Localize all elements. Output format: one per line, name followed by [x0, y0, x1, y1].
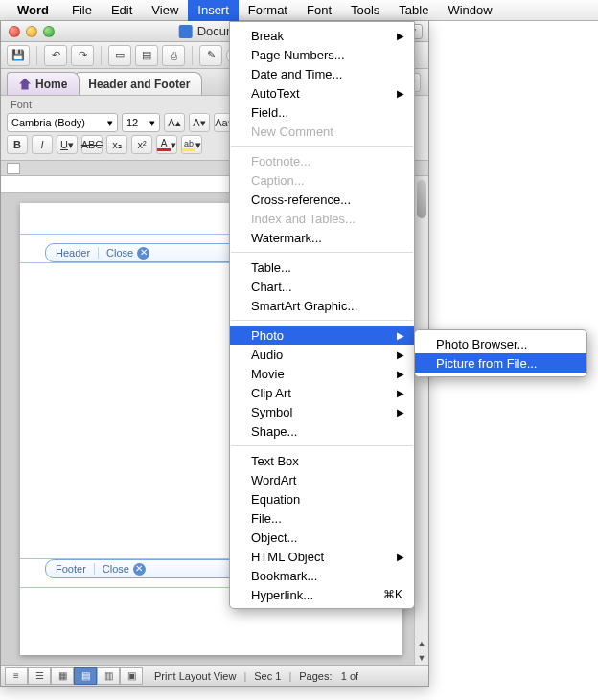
close-icon: ✕ — [133, 563, 146, 576]
menu-item-html-object[interactable]: HTML Object▶ — [230, 547, 414, 566]
menu-view[interactable]: View — [142, 0, 188, 21]
word-document-icon — [179, 25, 193, 38]
menu-insert[interactable]: Insert — [188, 0, 239, 21]
footer-label: Footer — [46, 563, 95, 575]
app-name[interactable]: Word — [17, 3, 49, 17]
draft-view-button[interactable]: ≡ — [5, 667, 28, 685]
scroll-down-button[interactable]: ▼ — [415, 650, 428, 665]
vertical-scrollbar[interactable]: ▲ ▼ — [414, 176, 428, 665]
menu-item-wordart[interactable]: WordArt — [230, 470, 414, 489]
submenu-item-photo-browser[interactable]: Photo Browser... — [415, 334, 586, 353]
palette-toggle[interactable] — [7, 163, 20, 174]
menu-item-equation[interactable]: Equation — [230, 489, 414, 508]
bold-button[interactable]: B — [7, 135, 28, 154]
font-color-button[interactable]: A▾ — [156, 135, 177, 154]
menu-item-table[interactable]: Table... — [230, 258, 414, 277]
menu-item-caption: Caption... — [230, 170, 414, 190]
close-icon: ✕ — [137, 247, 150, 260]
sec-label: Sec — [254, 670, 272, 682]
menu-item-new-comment: New Comment — [230, 122, 414, 141]
menu-item-text-box[interactable]: Text Box — [230, 451, 414, 470]
menu-item-index-and-tables: Index and Tables... — [230, 209, 414, 228]
mac-menubar: Word File Edit View Insert Format Font T… — [0, 0, 598, 21]
grow-font-button[interactable]: A▴ — [164, 113, 185, 132]
insert-menu-dropdown: Break▶Page Numbers...Date and Time...Aut… — [229, 21, 415, 609]
highlight-button[interactable]: ab▾ — [181, 135, 202, 154]
new-doc-button[interactable]: ▭ — [108, 45, 131, 66]
undo-button[interactable]: ↶ — [44, 45, 67, 66]
menu-table[interactable]: Table — [389, 0, 438, 21]
menu-item-chart[interactable]: Chart... — [230, 277, 414, 296]
menu-item-clip-art[interactable]: Clip Art▶ — [230, 383, 414, 402]
ribbon-group-font: Font — [7, 99, 32, 110]
scrollbar-thumb[interactable] — [417, 180, 426, 218]
menu-item-field[interactable]: Field... — [230, 102, 414, 122]
menu-item-audio[interactable]: Audio▶ — [230, 345, 414, 364]
view-switcher: ≡ ☰ ▦ ▤ ▥ ▣ — [5, 667, 143, 685]
menu-font[interactable]: Font — [297, 0, 341, 21]
zoom-window-button[interactable] — [43, 26, 55, 37]
header-close-button[interactable]: Close ✕ — [99, 247, 157, 260]
menu-file[interactable]: File — [62, 0, 102, 21]
outline-view-button[interactable]: ☰ — [28, 667, 51, 685]
sec-value: 1 — [275, 670, 281, 682]
menu-item-object[interactable]: Object... — [230, 528, 414, 547]
minimize-window-button[interactable] — [26, 26, 37, 37]
superscript-button[interactable]: x² — [131, 135, 152, 154]
menu-item-date-and-time[interactable]: Date and Time... — [230, 64, 414, 83]
format-painter-button[interactable]: ✎ — [199, 45, 222, 66]
menu-item-bookmark[interactable]: Bookmark... — [230, 566, 414, 585]
view-name-label: Print Layout View — [154, 670, 236, 682]
redo-button[interactable]: ↷ — [71, 45, 94, 66]
status-bar: ≡ ☰ ▦ ▤ ▥ ▣ Print Layout View | Sec 1 | … — [1, 665, 428, 686]
photo-submenu: Photo Browser...Picture from File... — [414, 329, 587, 377]
menu-edit[interactable]: Edit — [102, 0, 142, 21]
font-size-select[interactable]: 12▾ — [122, 113, 160, 132]
italic-button[interactable]: I — [32, 135, 53, 154]
print-layout-view-button[interactable]: ▤ — [74, 667, 97, 685]
menu-item-page-numbers[interactable]: Page Numbers... — [230, 45, 414, 64]
menu-item-smartart-graphic[interactable]: SmartArt Graphic... — [230, 296, 414, 315]
save-button[interactable]: 💾 — [7, 45, 30, 66]
open-button[interactable]: ▤ — [135, 45, 158, 66]
publishing-view-button[interactable]: ▦ — [51, 667, 74, 685]
menu-item-watermark[interactable]: Watermark... — [230, 228, 414, 247]
subscript-button[interactable]: x₂ — [106, 135, 127, 154]
shrink-font-button[interactable]: A▾ — [189, 113, 210, 132]
scroll-up-button[interactable]: ▲ — [415, 636, 428, 650]
menu-item-symbol[interactable]: Symbol▶ — [230, 402, 414, 421]
menu-item-shape[interactable]: Shape... — [230, 421, 414, 440]
focus-view-button[interactable]: ▣ — [120, 667, 143, 685]
menu-item-footnote: Footnote... — [230, 151, 414, 170]
pages-label: Pages: — [299, 670, 332, 682]
menu-item-file[interactable]: File... — [230, 508, 414, 528]
menu-item-photo[interactable]: Photo▶ — [230, 326, 414, 345]
strikethrough-button[interactable]: ABC — [81, 135, 103, 154]
tab-home[interactable]: Home — [7, 72, 80, 95]
font-name-select[interactable]: Cambria (Body)▾ — [7, 113, 118, 132]
menu-window[interactable]: Window — [438, 0, 501, 21]
menu-item-break[interactable]: Break▶ — [230, 26, 414, 45]
notebook-view-button[interactable]: ▥ — [97, 667, 120, 685]
menu-item-cross-reference[interactable]: Cross-reference... — [230, 190, 414, 209]
pages-value: 1 of — [341, 670, 358, 682]
tab-header-footer[interactable]: Header and Footer — [76, 72, 202, 95]
underline-button[interactable]: U▾ — [57, 135, 78, 154]
menu-tools[interactable]: Tools — [341, 0, 389, 21]
header-label: Header — [46, 247, 99, 259]
footer-close-button[interactable]: Close ✕ — [95, 563, 153, 576]
menu-item-movie[interactable]: Movie▶ — [230, 364, 414, 383]
menu-item-hyperlink[interactable]: Hyperlink...⌘K — [230, 585, 414, 604]
menu-format[interactable]: Format — [239, 0, 297, 21]
print-button[interactable]: ⎙ — [162, 45, 185, 66]
close-window-button[interactable] — [9, 26, 20, 37]
menu-item-autotext[interactable]: AutoText▶ — [230, 83, 414, 102]
submenu-item-picture-from-file[interactable]: Picture from File... — [415, 353, 586, 373]
